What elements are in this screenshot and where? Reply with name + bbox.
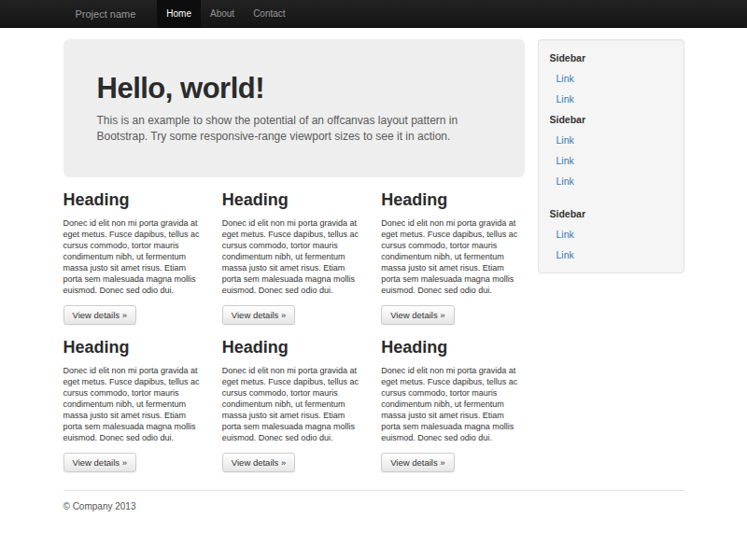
card-body: Donec id elit non mi porta gravida at eg… bbox=[63, 217, 206, 296]
sidebar-header: Sidebar bbox=[539, 48, 684, 68]
card: Heading Donec id elit non mi porta gravi… bbox=[381, 190, 524, 325]
copyright-text: © Company 2013 bbox=[63, 501, 684, 511]
nav-menu: Home About Contact bbox=[157, 0, 294, 28]
brand-link[interactable]: Project name bbox=[63, 0, 148, 28]
sidebar-section: Sidebar Link Link bbox=[539, 48, 684, 109]
sidebar-link[interactable]: Link bbox=[539, 171, 684, 191]
sidebar-section: Sidebar Link Link bbox=[539, 203, 684, 265]
view-details-button[interactable]: View details » bbox=[63, 453, 136, 472]
card-heading: Heading bbox=[222, 338, 365, 357]
view-details-button[interactable]: View details » bbox=[63, 305, 136, 325]
sidebar-header: Sidebar bbox=[539, 203, 684, 224]
nav-item-contact[interactable]: Contact bbox=[244, 0, 294, 28]
nav-item-about[interactable]: About bbox=[201, 0, 244, 28]
card-body: Donec id elit non mi porta gravida at eg… bbox=[222, 217, 365, 296]
jumbotron: Hello, world! This is an example to show… bbox=[63, 39, 525, 177]
view-details-button[interactable]: View details » bbox=[381, 305, 454, 325]
sidebar-link[interactable]: Link bbox=[539, 130, 684, 150]
sidebar-header: Sidebar bbox=[539, 109, 684, 130]
page-container: Hello, world! This is an example to show… bbox=[63, 28, 684, 539]
card-body: Donec id elit non mi porta gravida at eg… bbox=[381, 365, 524, 443]
navbar-inner: Project name Home About Contact bbox=[63, 0, 684, 28]
sidebar-link[interactable]: Link bbox=[539, 245, 684, 265]
sidebar-link[interactable]: Link bbox=[539, 68, 684, 89]
card: Heading Donec id elit non mi porta gravi… bbox=[63, 190, 206, 325]
card-heading: Heading bbox=[63, 190, 206, 209]
footer: © Company 2013 bbox=[63, 490, 684, 539]
nav-item-home[interactable]: Home bbox=[157, 0, 201, 28]
card-body: Donec id elit non mi porta gravida at eg… bbox=[222, 365, 365, 443]
hero-title: Hello, world! bbox=[97, 73, 491, 104]
content-row: Hello, world! This is an example to show… bbox=[63, 28, 684, 472]
card-heading: Heading bbox=[63, 338, 206, 357]
sidebar: Sidebar Link Link Sidebar Link Link Link… bbox=[538, 39, 684, 273]
card-body: Donec id elit non mi porta gravida at eg… bbox=[381, 217, 524, 296]
cards-row-2: Heading Donec id elit non mi porta gravi… bbox=[63, 338, 525, 472]
card: Heading Donec id elit non mi porta gravi… bbox=[222, 190, 365, 325]
view-details-button[interactable]: View details » bbox=[222, 305, 295, 325]
hero-description: This is an example to show the potential… bbox=[97, 113, 491, 144]
navbar: Project name Home About Contact bbox=[0, 0, 747, 28]
sidebar-section: Sidebar Link Link Link bbox=[539, 109, 684, 191]
card: Heading Donec id elit non mi porta gravi… bbox=[63, 338, 206, 472]
sidebar-link[interactable]: Link bbox=[539, 150, 684, 171]
card: Heading Donec id elit non mi porta gravi… bbox=[222, 338, 365, 472]
card-body: Donec id elit non mi porta gravida at eg… bbox=[63, 365, 206, 443]
main-content: Hello, world! This is an example to show… bbox=[63, 28, 525, 472]
sidebar-link[interactable]: Link bbox=[539, 89, 684, 109]
card-heading: Heading bbox=[222, 190, 365, 209]
sidebar-link[interactable]: Link bbox=[539, 224, 684, 245]
cards-row-1: Heading Donec id elit non mi porta gravi… bbox=[63, 190, 525, 325]
view-details-button[interactable]: View details » bbox=[222, 453, 295, 472]
view-details-button[interactable]: View details » bbox=[381, 453, 454, 472]
card-heading: Heading bbox=[381, 190, 524, 209]
card-heading: Heading bbox=[381, 338, 524, 357]
card: Heading Donec id elit non mi porta gravi… bbox=[381, 338, 524, 472]
